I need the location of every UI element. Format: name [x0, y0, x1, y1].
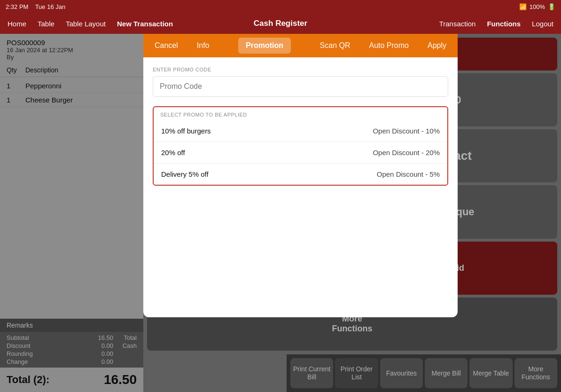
- modal-spacer: [153, 186, 448, 317]
- promo-item-0[interactable]: 10% off burgers Open Discount - 10%: [154, 120, 447, 142]
- auto-promo-tab[interactable]: Auto Promo: [361, 38, 416, 54]
- nav-right: Transaction Functions Logout: [439, 20, 553, 28]
- promo-item-2-type: Open Discount - 5%: [377, 170, 440, 178]
- nav-left: Home Table Table Layout New Transaction: [8, 20, 439, 28]
- nav-table-layout[interactable]: Table Layout: [66, 20, 106, 28]
- nav-bar: Home Table Table Layout New Transaction …: [0, 13, 561, 34]
- promo-code-label: ENTER PROMO CODE: [153, 67, 448, 72]
- promotion-tab[interactable]: Promotion: [238, 38, 291, 54]
- status-time: 2:32 PM: [6, 3, 28, 10]
- nav-table[interactable]: Table: [38, 20, 55, 28]
- promo-item-1-name: 20% off: [161, 149, 185, 157]
- promo-item-0-type: Open Discount - 10%: [373, 127, 440, 135]
- status-date: Tue 16 Jan: [35, 3, 66, 10]
- status-bar: 2:32 PM Tue 16 Jan 📶 100% 🔋: [0, 0, 561, 13]
- nav-new-transaction[interactable]: New Transaction: [117, 20, 173, 28]
- battery-percent: 100%: [530, 3, 545, 10]
- nav-logout[interactable]: Logout: [532, 20, 553, 28]
- promo-select-label: SELECT PROMO TO BE APPLIED: [154, 107, 447, 120]
- promo-item-2-name: Delivery 5% off: [161, 170, 209, 178]
- nav-title: Cash Register: [254, 19, 307, 28]
- wifi-icon: 📶: [519, 3, 527, 10]
- promo-code-input[interactable]: [153, 76, 448, 97]
- status-time-date: 2:32 PM Tue 16 Jan: [6, 3, 65, 10]
- scan-qr-tab[interactable]: Scan QR: [312, 38, 358, 54]
- nav-home[interactable]: Home: [8, 20, 26, 28]
- main-content: POS000009 16 Jan 2024 at 12:22PM By Qty …: [0, 34, 561, 392]
- nav-transaction[interactable]: Transaction: [439, 20, 476, 28]
- status-right: 📶 100% 🔋: [519, 3, 555, 10]
- promo-item-1[interactable]: 20% off Open Discount - 20%: [154, 142, 447, 164]
- promo-item-0-name: 10% off burgers: [161, 127, 211, 135]
- promo-select-section: SELECT PROMO TO BE APPLIED 10% off burge…: [153, 106, 448, 186]
- modal-tabs: Cancel Info Promotion Scan QR Auto Promo…: [143, 34, 458, 57]
- modal-content: ENTER PROMO CODE SELECT PROMO TO BE APPL…: [143, 57, 458, 317]
- promotion-modal: Cancel Info Promotion Scan QR Auto Promo…: [143, 34, 458, 317]
- cancel-tab[interactable]: Cancel: [147, 38, 186, 54]
- nav-functions[interactable]: Functions: [487, 20, 521, 28]
- apply-tab[interactable]: Apply: [420, 38, 454, 54]
- promo-item-2[interactable]: Delivery 5% off Open Discount - 5%: [154, 164, 447, 185]
- promo-item-1-type: Open Discount - 20%: [373, 149, 440, 157]
- battery-icon: 🔋: [548, 3, 555, 10]
- info-tab[interactable]: Info: [189, 38, 217, 54]
